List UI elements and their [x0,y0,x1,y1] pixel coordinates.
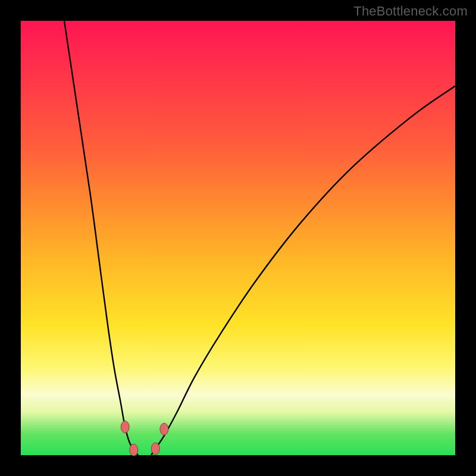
chart-frame: TheBottleneck.com [0,0,476,476]
marker-right-lower [151,443,159,455]
left-branch-curve [64,21,138,455]
plot-area [21,21,455,455]
marker-right-upper [160,423,168,435]
marker-left-lower [130,444,138,456]
right-branch-curve [151,86,455,456]
curve-layer [21,21,455,455]
marker-left-upper [121,421,129,433]
watermark-text: TheBottleneck.com [353,4,468,19]
